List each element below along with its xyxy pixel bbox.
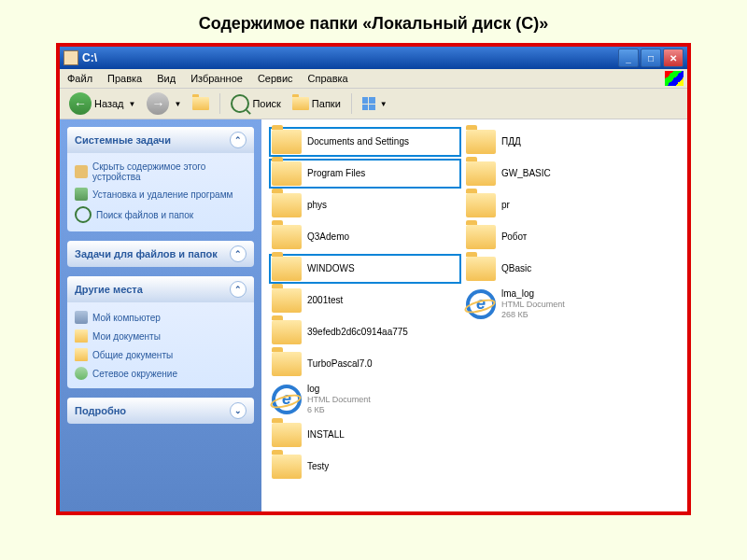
menu-tools[interactable]: Сервис (250, 71, 301, 86)
folder-icon (466, 225, 496, 249)
panel-title: Другие места (75, 284, 143, 295)
file-label: GW_BASIC (501, 168, 551, 179)
task-hide-contents[interactable]: Скрыть содержимое этого устройства (73, 159, 248, 185)
other-places-panel: Другие места ⌃ Мой компьютер Мои докумен… (67, 276, 254, 388)
search-icon (75, 206, 92, 223)
file-item-qbasic[interactable]: QBasic (463, 254, 655, 284)
menu-file[interactable]: Файл (60, 71, 100, 86)
file-item-phys[interactable]: phys (269, 190, 461, 220)
folder-icon (272, 423, 302, 447)
file-item-install[interactable]: INSTALL (269, 420, 461, 450)
menu-edit[interactable]: Правка (100, 71, 149, 86)
details-panel: Подробно ⌄ (67, 398, 254, 424)
collapse-icon: ⌃ (230, 281, 247, 298)
back-arrow-icon: ← (69, 92, 92, 115)
task-label: Сетевое окружение (92, 369, 177, 379)
task-label: Мои документы (92, 331, 161, 342)
computer-icon (75, 311, 88, 324)
chevron-down-icon: ▼ (380, 100, 388, 108)
close-button[interactable]: ✕ (663, 49, 684, 67)
back-button[interactable]: ← Назад ▼ (65, 91, 139, 117)
separator (351, 93, 352, 114)
file-item-turbopascal70[interactable]: TurboPascal7.0 (269, 349, 461, 379)
task-search-files[interactable]: Поиск файлов и папок (73, 203, 248, 226)
file-item-[interactable]: ПДД (463, 127, 655, 157)
minimize-button[interactable]: _ (618, 49, 639, 67)
file-item-testy[interactable]: Testy (269, 452, 461, 482)
system-tasks-header[interactable]: Системные задачи ⌃ (67, 127, 254, 153)
file-item-[interactable]: Робот (463, 222, 655, 252)
window-title: C:\ (82, 51, 618, 64)
task-label: Поиск файлов и папок (96, 210, 193, 220)
file-item-documentsandsettings[interactable]: Documents and Settings (269, 127, 461, 157)
search-button[interactable]: Поиск (227, 92, 284, 115)
file-tasks-header[interactable]: Задачи для файлов и папок ⌃ (67, 241, 254, 267)
file-label: Testy (307, 461, 329, 472)
folder-icon (272, 193, 302, 217)
menubar: Файл Правка Вид Избранное Сервис Справка (60, 69, 687, 89)
chevron-down-icon: ▼ (174, 100, 181, 108)
menu-favorites[interactable]: Избранное (183, 71, 250, 86)
folder-icon (466, 257, 496, 281)
file-item-lmalog[interactable]: lma_logHTML Document268 КБ (463, 286, 655, 323)
place-shared-documents[interactable]: Общие документы (73, 345, 248, 364)
up-button[interactable] (189, 95, 213, 112)
place-network[interactable]: Сетевое окружение (73, 364, 248, 383)
file-label: ПДД (501, 136, 521, 147)
file-item-pr[interactable]: pr (463, 190, 655, 220)
file-label: 39efedb2d6c0914aa775 (307, 327, 408, 338)
expand-icon: ⌄ (230, 402, 247, 419)
folder-icon (466, 161, 496, 186)
folders-button[interactable]: Папки (289, 95, 345, 112)
panel-title: Задачи для файлов и папок (75, 248, 218, 259)
file-item-39efedb2d6c0914aa775[interactable]: 39efedb2d6c0914aa775 (269, 317, 461, 347)
panel-title: Системные задачи (75, 134, 171, 146)
folder-up-icon (192, 97, 209, 110)
folder-icon (272, 161, 302, 186)
chevron-down-icon: ▼ (129, 100, 136, 108)
menu-help[interactable]: Справка (301, 71, 356, 86)
maximize-button[interactable]: □ (641, 49, 661, 67)
folder-icon (272, 225, 302, 249)
file-label: logHTML Document6 КБ (307, 384, 371, 415)
separator (219, 93, 220, 114)
place-my-documents[interactable]: Мои документы (73, 327, 248, 345)
file-label: Q3Ademo (307, 231, 349, 243)
file-item-windows[interactable]: WINDOWS (269, 254, 461, 284)
folder-icon (466, 130, 496, 154)
folder-icon (272, 352, 302, 376)
folder-icon (466, 193, 496, 217)
file-label: TurboPascal7.0 (307, 358, 373, 370)
folder-icon (272, 455, 302, 479)
other-places-header[interactable]: Другие места ⌃ (67, 276, 254, 302)
file-item-q3ademo[interactable]: Q3Ademo (269, 222, 461, 252)
file-tasks-panel: Задачи для файлов и папок ⌃ (67, 241, 254, 267)
file-label: WINDOWS (307, 263, 355, 274)
search-icon (231, 94, 249, 113)
folder-icon (272, 320, 302, 344)
search-label: Поиск (252, 98, 280, 109)
forward-button[interactable]: → ▼ (143, 91, 185, 117)
panel-title: Подробно (75, 405, 126, 416)
documents-icon (75, 329, 88, 343)
file-item-gwbasic[interactable]: GW_BASIC (463, 159, 655, 189)
sidebar: Системные задачи ⌃ Скрыть содержимое это… (60, 119, 261, 511)
place-my-computer[interactable]: Мой компьютер (73, 308, 248, 327)
task-add-remove[interactable]: Установка и удаление программ (73, 185, 248, 203)
file-label: lma_logHTML Document268 КБ (501, 288, 565, 320)
programs-icon (75, 188, 88, 201)
folder-icon (272, 288, 302, 313)
details-header[interactable]: Подробно ⌄ (67, 398, 254, 424)
system-tasks-panel: Системные задачи ⌃ Скрыть содержимое это… (67, 127, 254, 231)
file-item-programfiles[interactable]: Program Files (269, 159, 461, 189)
ie-icon (466, 289, 496, 319)
views-button[interactable]: ▼ (359, 95, 391, 112)
folder-icon (272, 130, 302, 154)
menu-view[interactable]: Вид (149, 71, 183, 86)
file-label: phys (307, 200, 327, 211)
ie-icon (272, 385, 302, 414)
task-label: Общие документы (92, 350, 173, 360)
file-item-2001test[interactable]: 2001test (269, 286, 461, 315)
titlebar[interactable]: C:\ _ □ ✕ (60, 47, 687, 69)
file-item-log[interactable]: logHTML Document6 КБ (269, 381, 461, 418)
